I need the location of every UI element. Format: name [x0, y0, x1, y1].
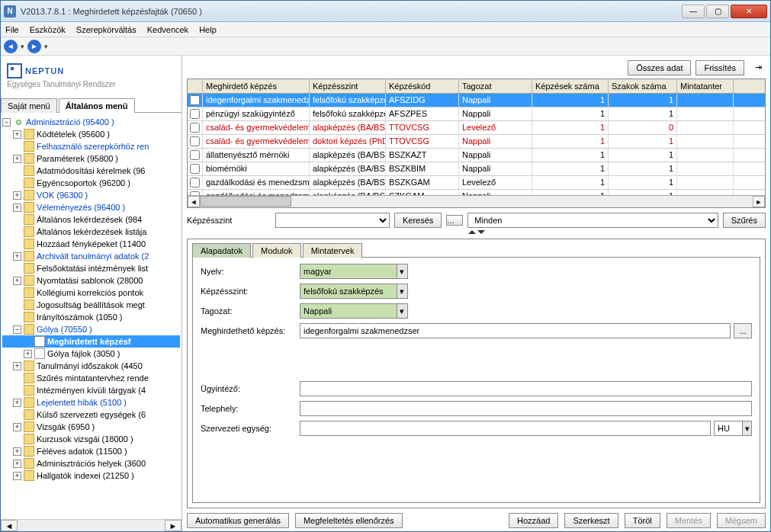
tree-item[interactable]: Általános lekérdezések listája — [2, 226, 180, 238]
maximize-button[interactable]: ▢ — [706, 5, 729, 18]
table-row[interactable]: gazdálkodási és menedzsmealapképzés (BA/… — [188, 190, 765, 195]
row-checkbox[interactable] — [188, 94, 203, 107]
tree-item[interactable]: Felhasználó szerepkörhöz ren — [2, 140, 180, 152]
table-row[interactable]: pénzügyi szakügyintézőfelsőfokú szakképz… — [188, 107, 765, 121]
tree-item[interactable]: Meghirdetett képzésf — [2, 335, 180, 348]
tree-item[interactable]: Kollégiumi korrekciós pontok — [2, 287, 180, 299]
tree-item[interactable]: Felsőoktatási intézmények list — [2, 262, 180, 274]
table-row[interactable]: gazdálkodási és menedzsmealapképzés (BA/… — [188, 176, 765, 190]
tree-item[interactable]: +Gólya fájlok (3050 ) — [2, 348, 180, 360]
col-szakok[interactable]: Szakok száma — [609, 79, 677, 93]
expand-icon[interactable]: + — [13, 362, 21, 370]
grid-header[interactable]: Meghirdető képzés Képzésszint Képzéskód … — [188, 79, 765, 94]
tree-item[interactable]: Hozzáad fényképeket (11400 — [2, 238, 180, 250]
expand-icon[interactable]: + — [13, 277, 21, 285]
field-szervezeti[interactable] — [300, 421, 711, 436]
expand-icon[interactable]: + — [13, 204, 21, 212]
expand-icon[interactable]: + — [13, 155, 21, 163]
table-row[interactable]: idegenforgalmi szakmenedzsfelsőfokú szak… — [188, 94, 765, 107]
scroll-right-icon[interactable]: ► — [753, 196, 765, 207]
check-button[interactable]: Megfeleltetés ellenőrzés — [295, 513, 403, 528]
col-kepzesek[interactable]: Képzések száma — [532, 79, 609, 93]
scroll-left-icon[interactable]: ◄ — [188, 196, 200, 207]
tree-item[interactable]: +Vizsgák (6950 ) — [2, 421, 180, 433]
chevron-down-icon[interactable]: ▾ — [742, 421, 751, 435]
expand-icon[interactable]: + — [13, 460, 21, 468]
minimize-button[interactable]: — — [682, 5, 705, 18]
menu-tools[interactable]: Eszközök — [30, 25, 66, 34]
expand-icon[interactable]: − — [13, 325, 21, 334]
menu-favorites[interactable]: Kedvencek — [147, 25, 188, 34]
expand-icon[interactable]: + — [13, 423, 21, 431]
tree-item[interactable]: +Adminisztrációs helyek (3600 — [2, 457, 180, 470]
save-button[interactable]: Mentés — [667, 513, 711, 528]
menu-rolechange[interactable]: Szerepkörváltás — [76, 25, 137, 34]
tree-item[interactable]: +Féléves adatok (11500 ) — [2, 445, 180, 457]
nav-forward-button[interactable]: ► — [27, 40, 41, 53]
tree-item[interactable]: Egyéncsoportok (96200 ) — [2, 177, 180, 189]
pin-icon[interactable]: ⇥ — [755, 62, 766, 73]
filter-combo[interactable]: Minden — [467, 213, 718, 228]
field-telephely[interactable] — [300, 401, 752, 416]
tab-mintatervek[interactable]: Mintatervek — [303, 243, 363, 258]
menu-file[interactable]: File — [5, 25, 19, 34]
tree-item[interactable]: −⚙Adminisztráció (95400 ) — [2, 116, 180, 128]
field-ugyintezo[interactable] — [300, 381, 752, 396]
tree-item[interactable]: −Gólya (70550 ) — [2, 323, 180, 335]
expand-icon[interactable]: + — [13, 399, 21, 407]
combo-tagozat[interactable]: ▾ — [300, 303, 408, 319]
expand-icon[interactable]: − — [2, 118, 11, 127]
tree-item[interactable]: Intézményen kívüli tárgyak (4 — [2, 384, 180, 396]
tree-item[interactable]: +Nyomtatási sablonok (28000 — [2, 274, 180, 287]
lookup-button[interactable]: ... — [734, 323, 752, 338]
chevron-down-icon[interactable]: ▾ — [397, 264, 407, 278]
expand-icon[interactable]: + — [13, 472, 21, 480]
search-field-combo[interactable] — [275, 213, 390, 228]
chevron-down-icon[interactable]: ▾ — [44, 43, 48, 50]
scroll-left-icon[interactable]: ◄ — [1, 520, 18, 531]
expand-icon[interactable]: + — [13, 447, 21, 456]
filter-button[interactable]: Szűrés — [723, 213, 766, 228]
autogen-button[interactable]: Automatikus generálás — [187, 513, 289, 528]
add-button[interactable]: Hozzáad — [509, 513, 558, 528]
scroll-right-icon[interactable]: ► — [165, 520, 182, 531]
edit-button[interactable]: Szerkeszt — [564, 513, 618, 528]
refresh-button[interactable]: Frissítés — [696, 60, 744, 75]
col-kepzes[interactable]: Meghirdető képzés — [203, 79, 310, 93]
table-row[interactable]: biomérnökialapképzés (BA/BScBSZKBIMNappa… — [188, 162, 765, 176]
splitter[interactable] — [187, 229, 766, 234]
table-row[interactable]: állattenyésztő mérnökialapképzés (BA/BSc… — [188, 149, 765, 162]
row-checkbox[interactable] — [188, 176, 203, 189]
grid-scrollbar[interactable]: ◄ ► — [188, 195, 765, 207]
tree-item[interactable]: +Véleményezés (96400 ) — [2, 201, 180, 213]
expand-icon[interactable]: + — [24, 350, 32, 358]
row-checkbox[interactable] — [188, 135, 203, 148]
chevron-down-icon[interactable]: ▾ — [397, 304, 407, 318]
col-szint[interactable]: Képzésszint — [310, 79, 386, 93]
tab-altalanos-menu[interactable]: Általános menü — [59, 98, 135, 113]
combo-language[interactable]: ▾ — [714, 421, 752, 436]
table-row[interactable]: család- és gyermekvédelemdoktori képzés … — [188, 135, 765, 149]
tree-item[interactable]: +Archivált tanulmányi adatok (2 — [2, 250, 180, 262]
search-button[interactable]: Keresés — [394, 213, 442, 228]
field-megh-kepzes[interactable] — [300, 323, 731, 338]
delete-button[interactable]: Töröl — [625, 513, 660, 528]
tree-item[interactable]: Irányítószámok (1050 ) — [2, 311, 180, 323]
table-row[interactable]: család- és gyermekvédelemalapképzés (BA/… — [188, 121, 765, 135]
combo-nyelv[interactable]: ▾ — [300, 264, 408, 279]
all-data-button[interactable]: Összes adat — [628, 60, 691, 75]
combo-szint[interactable]: ▾ — [300, 284, 408, 299]
col-check[interactable] — [188, 79, 203, 93]
expand-icon[interactable]: + — [13, 130, 21, 139]
close-button[interactable]: ✕ — [731, 5, 767, 18]
tab-sajat-menu[interactable]: Saját menü — [1, 98, 57, 113]
row-checkbox[interactable] — [188, 107, 203, 120]
tree-item[interactable]: Kurzusok vizsgái (18000 ) — [2, 433, 180, 445]
tree-item[interactable]: Adatmódosítási kérelmek (96 — [2, 165, 180, 177]
tree-item[interactable]: Szűrés mintatantervhez rende — [2, 372, 180, 384]
tree-item[interactable]: Külső szervezeti egységek (6 — [2, 409, 180, 421]
tab-alapadatok[interactable]: Alapadatok — [192, 243, 251, 258]
row-checkbox[interactable] — [188, 190, 203, 195]
col-tagozat[interactable]: Tagozat — [459, 79, 532, 93]
expand-icon[interactable]: + — [13, 252, 21, 261]
